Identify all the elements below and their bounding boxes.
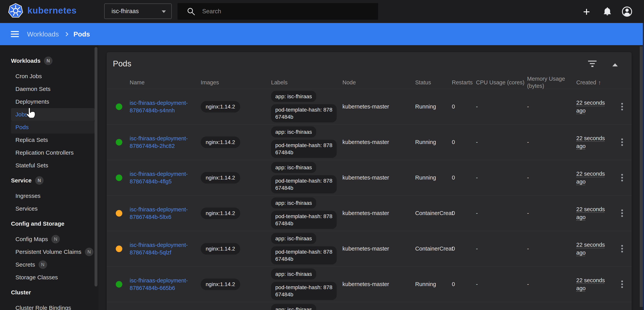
label-chip: app: isc-fhiraas [271,304,316,310]
create-resource-button[interactable]: + [577,0,596,23]
memory-cell: - [525,245,574,252]
more-vert-icon[interactable] [620,136,624,148]
window-edge [643,23,644,310]
kubernetes-dashboard: kubernetes isc-fhiraas Search + [0,0,644,310]
column-header-labels: Labels [271,79,342,86]
breadcrumb-bar: Workloads Pods [0,23,644,45]
namespaced-badge: N [44,57,52,65]
label-chip: app: isc-fhiraas [271,126,316,137]
more-vert-icon[interactable] [620,101,624,113]
sidebar-item-services[interactable]: Services [11,202,94,215]
mouse-cursor-pointer-icon [25,107,36,118]
breadcrumb: Workloads Pods [27,30,90,38]
breadcrumb-parent[interactable]: Workloads [27,30,59,38]
notifications-button[interactable] [598,0,616,23]
sidebar-item-secrets[interactable]: Secrets N [11,258,94,271]
sidebar-item-storage-classes[interactable]: Storage Classes [11,271,94,284]
image-chip: nginx:1.14.2 [201,136,240,148]
cpu-cell: - [474,210,525,216]
column-header-status: Status [413,79,450,86]
sidebar-item-stateful-sets[interactable]: Stateful Sets [11,159,94,172]
label-chip: app: isc-fhiraas [271,91,316,102]
brand[interactable]: kubernetes [8,3,76,18]
sidebar-item-persistent-volume-claims[interactable]: Persistent Volume Claims N [11,245,94,258]
table-row: isc-fhiraas-deployment-87867484b-2hc82 n… [107,124,632,160]
column-header-node: Node [342,79,413,86]
sidebar-item-config-maps[interactable]: Config Maps N [11,233,94,245]
image-chip: nginx:1.14.2 [201,101,240,113]
table-row: isc-fhiraas-deployment-87867484b-665b6 n… [107,266,632,302]
status-cell: Running [413,139,450,145]
pod-name-link[interactable]: isc-fhiraas-deployment-87867484b-s4nnh [130,99,201,114]
pod-name-link[interactable]: isc-fhiraas-deployment-87867484b-665b6 [130,277,201,292]
chevron-right-icon [64,32,68,36]
pod-name-link[interactable]: isc-fhiraas-deployment-87867484b-2hc82 [130,135,201,150]
more-vert-icon[interactable] [620,278,624,290]
page-title: Pods [74,30,90,38]
more-vert-icon[interactable] [620,172,624,184]
namespace-value: isc-fhiraas [112,8,139,15]
page-scrollbar[interactable] [640,46,643,307]
label-chip: app: isc-fhiraas [271,268,316,279]
menu-icon[interactable] [11,30,19,39]
pods-card: Pods Name Images Labels Node Status Rest… [107,52,632,310]
cpu-cell: - [474,245,525,252]
restarts-cell: 0 [450,174,474,181]
status-cell: Running [413,174,450,181]
more-vert-icon[interactable] [620,207,624,219]
image-chip: nginx:1.14.2 [201,243,240,255]
card-title: Pods [113,59,132,68]
table-row: isc-fhiraas-deployment-87867484b-5qlzf n… [107,231,632,266]
column-header-name[interactable]: Name [130,79,201,86]
search-icon [187,7,195,16]
sidebar-item-replica-sets[interactable]: Replica Sets [11,134,94,146]
sidebar-section-workloads: Workloads N [0,55,98,67]
pod-status-icon [116,139,122,146]
collapse-icon[interactable] [612,63,618,66]
namespaced-badge: N [85,248,94,256]
sidebar-item-deployments[interactable]: Deployments [11,95,94,108]
pod-name-link[interactable]: isc-fhiraas-deployment-87867484b-4flg5 [130,170,201,185]
account-button[interactable] [618,0,637,23]
status-cell: ContainerCreat [413,245,450,252]
pod-name-link[interactable]: isc-fhiraas-deployment-87867484b-5ltx6 [130,206,201,221]
filter-icon[interactable] [588,61,596,69]
created-cell: 22 seconds ago [576,241,612,257]
sort-asc-icon: ↑ [598,79,601,86]
label-chip: app: isc-fhiraas [271,233,316,244]
label-chip: app: isc-fhiraas [271,197,316,208]
sidebar-item-daemon-sets[interactable]: Daemon Sets [11,83,94,95]
status-cell: ContainerCreat [413,210,450,216]
pod-name-link[interactable]: isc-fhiraas-deployment-87867484b-5qlzf [130,241,201,256]
sidebar-scrollbar[interactable] [94,47,98,286]
image-chip: nginx:1.14.2 [201,278,240,290]
sidebar-nav: Workloads N Cron Jobs Daemon Sets Deploy… [0,45,98,310]
image-chip: nginx:1.14.2 [201,172,240,184]
created-cell: 22 seconds ago [576,170,612,186]
more-vert-icon[interactable] [620,243,624,255]
sidebar-item-cluster-role-bindings[interactable]: Cluster Role Bindings [11,301,94,310]
cpu-cell: - [474,104,525,110]
chevron-down-icon [162,11,166,13]
sidebar-section-config-storage: Config and Storage [0,217,98,230]
sidebar-item-ingresses[interactable]: Ingresses [11,190,94,202]
memory-cell: - [525,174,574,181]
node-cell: kubernetes-master [342,210,413,216]
pod-status-icon [116,281,122,288]
memory-cell: - [525,281,574,287]
image-chip: nginx:1.14.2 [201,207,240,219]
sidebar-item-replication-controllers[interactable]: Replication Controllers [11,146,94,159]
sidebar-item-jobs[interactable]: Jobs [11,108,94,121]
created-cell: 22 seconds ago [576,276,612,292]
search-bar[interactable]: Search [178,3,378,20]
memory-cell: - [525,104,574,110]
table-row: isc-fhiraas-deployment-87867484b-6bpds n… [107,302,632,310]
cpu-cell: - [474,174,525,181]
memory-cell: - [525,139,574,145]
sidebar-item-cron-jobs[interactable]: Cron Jobs [11,70,94,83]
sidebar-item-pods[interactable]: Pods [11,121,94,134]
namespace-select[interactable]: isc-fhiraas [104,4,172,19]
node-cell: kubernetes-master [342,245,413,252]
column-header-created[interactable]: Created ↑ [574,79,612,86]
brand-title: kubernetes [28,5,76,16]
